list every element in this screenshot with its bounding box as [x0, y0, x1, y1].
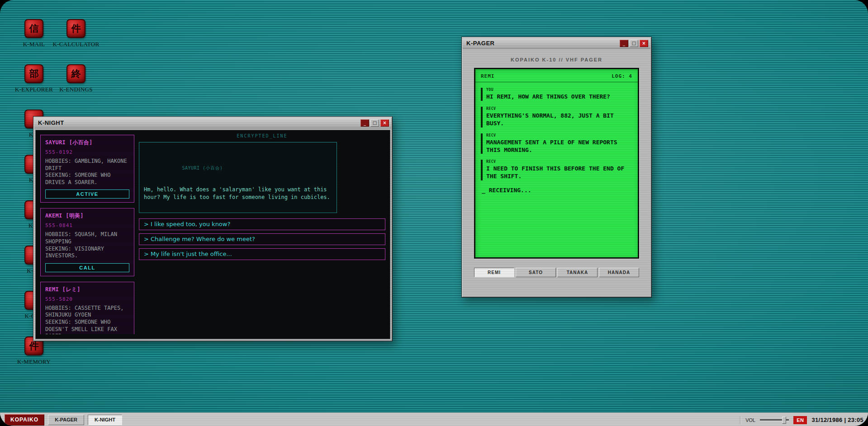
dialogue-option-2[interactable]: > Challenge me? Where do we meet? [139, 233, 385, 245]
desktop-icon-label: K-MEMORY [17, 358, 51, 365]
clock: 31/12/1986 | 23:05 [811, 417, 863, 423]
profile-card-sayuri: SAYURI [小百合] 555-0192 HOBBIES: GAMBLING,… [40, 135, 134, 203]
profile-hobbies: HOBBIES: SQUASH, MILAN SHOPPING [45, 231, 129, 245]
knight-content: SAYURI [小百合] 555-0192 HOBBIES: GAMBLING,… [35, 130, 390, 339]
desktop: 信 K-MAIL 件 K-CALCULATOR 部 K-EXPLORER 終 K… [0, 0, 868, 426]
pager-screen: REMI LOG: 4 YOU HI REMI, HOW ARE THINGS … [474, 68, 639, 259]
desktop-icon-label: K-ENDINGS [59, 86, 92, 93]
maximize-icon[interactable]: □ [370, 119, 379, 127]
profile-hobbies: HOBBIES: GAMBLING, HAKONE DRIFT [45, 158, 129, 172]
pager-contact-tabs: REMI SATO TANAKA HANADA [474, 268, 639, 277]
profile-call-button[interactable]: CALL [45, 263, 129, 272]
pager-messages: YOU HI REMI, HOW ARE THINGS OVER THERE? … [475, 82, 638, 194]
chat-message: Hm, hello. What does a 'salaryman' like … [144, 186, 332, 202]
chat-display: SAYURI (小百合) Hm, hello. What does a 'sal… [139, 142, 337, 213]
minimize-icon[interactable]: _ [360, 119, 369, 127]
desktop-icon-k-endings[interactable]: 終 K-ENDINGS [55, 64, 97, 93]
profile-phone: 555-5820 [45, 296, 129, 302]
profile-seeking: SEEKING: VISIONARY INVESTORS. [45, 246, 129, 260]
start-button[interactable]: KOPAIKO [5, 414, 44, 426]
contact-tab-tanaka[interactable]: TANAKA [557, 268, 598, 277]
profile-name: SAYURI [小百合] [45, 139, 129, 147]
knight-titlebar[interactable]: K-NIGHT _ □ × [34, 118, 391, 128]
pager-window: K-PAGER _ □ × KOPAIKO K-10 // VHF PAGER … [461, 37, 652, 298]
profile-card-akemi: AKEMI [明美] 555-0841 HOBBIES: SQUASH, MIL… [40, 208, 134, 276]
window-controls: _ □ × [620, 40, 648, 47]
pager-receiving-status: _ RECEIVING... [482, 187, 629, 194]
chat-area: ENCRYPTED_LINE SAYURI (小百合) Hm, hello. W… [139, 135, 385, 334]
profile-phone: 555-0192 [45, 149, 129, 155]
k-explorer-icon: 部 [24, 64, 43, 83]
volume-slider[interactable] [760, 419, 789, 421]
contact-tab-hanada[interactable]: HANADA [599, 268, 639, 277]
knight-window: K-NIGHT _ □ × SAYURI [小百合] 555-0192 HOBB… [33, 116, 393, 341]
message-tag: YOU [486, 88, 629, 92]
pager-message: YOU HI REMI, HOW ARE THINGS OVER THERE? [481, 88, 629, 101]
profile-name: AKEMI [明美] [45, 212, 129, 220]
pager-contact-name: REMI [481, 73, 495, 79]
desktop-icon-k-calculator[interactable]: 件 K-CALCULATOR [55, 19, 97, 48]
volume-slider-handle[interactable] [782, 417, 786, 424]
knight-window-title: K-NIGHT [38, 119, 64, 126]
message-tag: RECV [486, 107, 629, 111]
desktop-icon-label: K-CALCULATOR [52, 41, 99, 48]
pager-header: REMI LOG: 4 [475, 69, 638, 82]
profile-card-remi: REMI [レミ] 555-5820 HOBBIES: CASSETTE TAP… [40, 282, 134, 334]
pager-message: RECV I NEED TO FINISH THIS BEFORE THE EN… [481, 160, 629, 180]
language-indicator[interactable]: EN [793, 416, 807, 424]
desktop-icon-k-mail[interactable]: 信 K-MAIL [13, 19, 55, 48]
dialogue-option-3[interactable]: > My life isn't just the office... [139, 248, 385, 260]
message-text: EVERYTHING'S NORMAL, 882, JUST A BIT BUS… [486, 112, 629, 128]
volume-label: VOL [745, 417, 755, 423]
close-icon[interactable]: × [380, 119, 389, 127]
contact-tab-remi[interactable]: REMI [474, 268, 514, 277]
desktop-icon-k-explorer[interactable]: 部 K-EXPLORER [13, 64, 55, 93]
encrypted-line-label: ENCRYPTED_LINE [139, 133, 385, 138]
profile-name: REMI [レミ] [45, 286, 129, 293]
close-icon[interactable]: × [640, 40, 648, 47]
k-calculator-icon: 件 [66, 19, 85, 38]
taskbar-tab-k-night[interactable]: K-NIGHT [88, 415, 122, 425]
message-text: I NEED TO FINISH THIS BEFORE THE END OF … [486, 165, 629, 180]
pager-message: RECV EVERYTHING'S NORMAL, 882, JUST A BI… [481, 107, 629, 128]
message-text: MANAGEMENT SENT A PILE OF NEW REPORTS TH… [486, 139, 629, 154]
desktop-icon-label: K-MAIL [23, 41, 45, 48]
k-endings-icon: 終 [66, 64, 85, 83]
profile-seeking: SEEKING: SOMEONE WHO DRIVES A SOARER. [45, 172, 129, 186]
window-controls: _ □ × [360, 119, 389, 127]
pager-device-label: KOPAIKO K-10 // VHF PAGER [462, 57, 651, 62]
message-tag: RECV [486, 133, 629, 137]
message-text: HI REMI, HOW ARE THINGS OVER THERE? [486, 93, 629, 101]
pager-message: RECV MANAGEMENT SENT A PILE OF NEW REPOR… [481, 133, 629, 154]
chat-speaker: SAYURI (小百合) [139, 165, 266, 171]
pager-log-count: LOG: 4 [612, 73, 632, 79]
maximize-icon[interactable]: □ [630, 40, 638, 47]
contact-tab-sato[interactable]: SATO [516, 268, 556, 277]
profiles-sidebar: SAYURI [小百合] 555-0192 HOBBIES: GAMBLING,… [40, 135, 134, 334]
k-mail-icon: 信 [24, 19, 43, 38]
pager-titlebar[interactable]: K-PAGER _ □ × [463, 38, 650, 49]
desktop-icon-label: K-EXPLORER [15, 86, 53, 93]
message-tag: RECV [486, 160, 629, 164]
minimize-icon[interactable]: _ [620, 40, 628, 47]
profile-phone: 555-0841 [45, 222, 129, 228]
dialogue-option-1[interactable]: > I like speed too, you know? [139, 218, 385, 230]
pager-window-title: K-PAGER [466, 40, 494, 47]
tray-separator [740, 416, 741, 424]
taskbar: KOPAIKO K-PAGER K-NIGHT VOL EN 31/12/198… [0, 413, 868, 426]
profile-active-button[interactable]: ACTIVE [45, 189, 129, 199]
profile-seeking: SEEKING: SOMEONE WHO DOESN'T SMELL LIKE … [45, 319, 129, 334]
taskbar-tab-k-pager[interactable]: K-PAGER [48, 415, 84, 425]
system-tray: VOL EN 31/12/1986 | 23:05 [740, 416, 863, 424]
profile-hobbies: HOBBIES: CASSETTE TAPES, SHINJUKU GYOEN [45, 305, 129, 319]
